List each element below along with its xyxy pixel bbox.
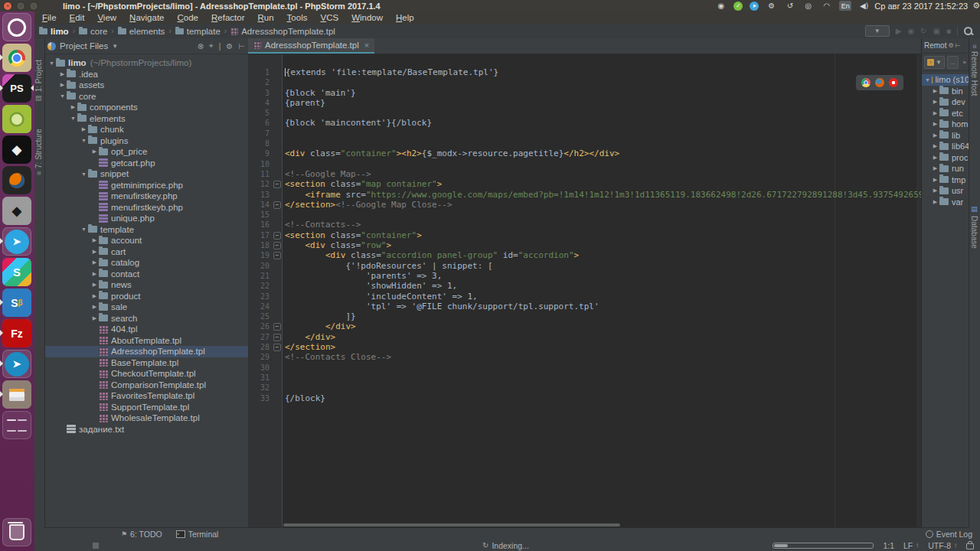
project-item-search[interactable]: ▶search [44,313,248,324]
code-line-11[interactable]: 11<!--Google Map--> [248,169,922,179]
code-line-31[interactable]: 31 [248,373,922,383]
tree-arrow-icon[interactable]: ▶ [80,126,88,132]
encoding-widget[interactable]: UTF-8 ↕ [928,541,957,550]
code-line-23[interactable]: 23 'includeContent' => 1, [248,292,922,302]
remote-item-run[interactable]: ▶run [922,163,969,174]
tree-arrow-icon[interactable]: ▶ [90,249,99,255]
project-item-product[interactable]: ▶product [44,291,248,302]
project-item-getcart.php[interactable]: getcart.php [44,158,248,169]
tool-button-terminal[interactable]: ▸ Terminal [176,530,219,539]
chevron-down-icon[interactable]: ▼ [112,43,118,50]
menu-refactor[interactable]: Refactor [211,13,244,22]
tree-arrow-icon[interactable]: ▶ [931,143,939,149]
tree-arrow-icon[interactable]: ▶ [931,155,939,161]
tool-button-database[interactable]: ▤ Database [970,205,978,249]
tree-arrow-icon[interactable]: ▶ [90,315,99,321]
project-item-AboutTemplate.tpl[interactable]: AboutTemplate.tpl [44,335,248,347]
project-item-core[interactable]: ▼core [44,91,248,103]
run-tool-icon-2[interactable]: ↻ [920,27,926,35]
run-tool-icon-1[interactable]: ◉ [907,27,914,35]
editor-body[interactable]: 1{extends 'file:template/BaseTemplate.tp… [248,54,922,528]
project-item-AdressshopTemplate.tpl[interactable]: AdressshopTemplate.tpl [44,346,248,357]
code-line-13[interactable]: 13 <iframe src="https://www.google.com/m… [248,190,922,200]
code-line-26[interactable]: 26− </div> [248,321,922,331]
toolbox-toggle-icon[interactable] [93,543,99,549]
opera-browser-icon[interactable] [889,78,898,87]
project-item-задание.txt[interactable]: задание.txt [44,424,248,435]
fold-marker-icon[interactable]: − [273,232,281,240]
menu-view[interactable]: View [97,13,116,22]
tree-arrow-icon[interactable]: ▶ [90,304,99,310]
editor-tab-adressshoptemplate[interactable]: AdressshopTemplate.tpl × [248,38,374,54]
launcher-chrome[interactable] [2,44,31,72]
code-line-4[interactable]: 4{parent} [248,98,922,108]
tree-arrow-icon[interactable]: ▶ [69,104,77,110]
project-item-chunk[interactable]: ▶chunk [44,124,248,135]
indicator-swirl-icon[interactable]: ↺ [784,1,795,11]
launcher-telegram-alt[interactable]: ➤ [2,350,31,378]
hide-panel-icon[interactable]: ⊢ [956,42,961,49]
fold-marker-icon[interactable]: − [273,344,281,351]
breadcrumb-item-adressshoptemplate.tpl[interactable]: AdressshopTemplate.tpl [230,27,335,36]
code-line-22[interactable]: 22 'showHidden' => 1, [248,281,922,291]
indicator-target-icon[interactable]: ◎ [802,1,814,11]
project-panel-tool-0[interactable]: ⊗ [198,42,204,51]
project-item-SupportTemplate.tpl[interactable]: SupportTemplate.tpl [44,402,248,413]
tree-arrow-icon[interactable]: ▼ [80,227,88,232]
tool-button-todo[interactable]: ⚑ 6: TODO [121,530,162,539]
menu-run[interactable]: Run [258,13,274,22]
fold-marker-icon[interactable]: − [273,252,281,259]
project-item-template[interactable]: ▼template [44,224,248,236]
project-item-opt_price[interactable]: ▶opt_price [44,146,248,158]
code-line-12[interactable]: 12−<section class="map container"> [248,179,922,189]
project-item-BaseTemplate.tpl[interactable]: BaseTemplate.tpl [44,357,248,369]
fold-marker-icon[interactable]: − [273,242,281,249]
code-line-10[interactable]: 10 [248,159,922,169]
menu-window[interactable]: Window [351,13,383,22]
tree-arrow-icon[interactable]: ▶ [90,271,99,277]
code-line-7[interactable]: 7 [248,129,922,139]
tree-arrow-icon[interactable]: ▶ [931,110,939,116]
menu-tools[interactable]: Tools [287,13,308,22]
more-actions-button[interactable]: » [961,57,969,68]
window-close-button[interactable]: × [3,2,12,11]
project-item-components[interactable]: ▶components [44,102,248,113]
fold-marker-icon[interactable]: − [273,181,281,188]
remote-item-var[interactable]: ▶var [922,197,969,208]
indicator-messenger-online-icon[interactable]: ✓ [733,2,743,11]
menu-edit[interactable]: Edit [70,13,85,22]
tree-arrow-icon[interactable]: ▶ [931,177,939,183]
fold-marker-icon[interactable]: − [273,201,281,209]
launcher-workspace-switcher[interactable] [2,411,31,439]
code-line-15[interactable]: 15 [248,210,922,220]
remote-item-tmp[interactable]: ▶tmp [922,174,969,186]
tree-arrow-icon[interactable]: ▶ [90,293,99,299]
tree-arrow-icon[interactable]: ▼ [923,77,932,83]
tool-button-structure[interactable]: ≡ 7: Structure [34,129,43,175]
browse-button[interactable]: ... [947,56,959,69]
code-line-14[interactable]: 14−</section><!--Google Map Close--> [248,200,922,210]
tree-arrow-icon[interactable]: ▼ [69,116,77,121]
menu-navigate[interactable]: Navigate [129,13,164,22]
code-line-27[interactable]: 27− </div> [248,332,922,342]
tree-arrow-icon[interactable]: ▼ [80,171,88,177]
project-item-.idea[interactable]: ▶.idea [44,69,248,80]
code-line-19[interactable]: 19− <div class="accordion panel-group" i… [248,250,922,260]
project-item-contact[interactable]: ▶contact [44,269,248,280]
tree-arrow-icon[interactable]: ▶ [58,71,67,77]
firefox-browser-icon[interactable] [875,78,884,87]
tree-arrow-icon[interactable]: ▶ [931,132,939,139]
fold-marker-icon[interactable]: − [273,334,281,341]
tree-arrow-icon[interactable]: ▼ [47,60,56,66]
indicator-telegram-icon[interactable]: ➤ [750,2,759,11]
code-line-30[interactable]: 30 [248,363,922,373]
project-item-getminimprice.php[interactable]: getminimprice.php [44,180,248,191]
code-line-16[interactable]: 16<!--Contacts--> [248,220,922,230]
line-separator-widget[interactable]: LF ↕ [903,541,919,550]
code-line-2[interactable]: 2 [248,77,922,87]
keyboard-layout-icon[interactable]: En [839,1,851,11]
fold-marker-icon[interactable]: − [273,323,281,331]
project-panel-tool-2[interactable]: | [219,42,221,51]
tool-button-remote-host[interactable]: ≡ Remote Host [970,44,978,96]
remote-item-lib[interactable]: ▶lib [922,130,969,142]
